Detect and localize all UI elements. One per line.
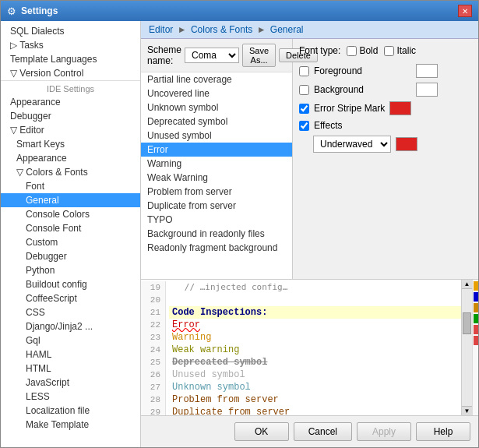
scroll-thumb[interactable]	[463, 312, 471, 334]
list-item-unknown-symbol[interactable]: Unknown symbol	[141, 101, 292, 115]
italic-checkbox-label[interactable]: Italic	[384, 45, 416, 56]
error-stripe-color-swatch[interactable]	[389, 101, 411, 115]
sidebar-item-css[interactable]: CSS	[1, 305, 140, 319]
sidebar-item-editor[interactable]: ▽ Editor	[1, 123, 140, 137]
sidebar-item-label: HAML	[26, 349, 51, 360]
sidebar-item-label: Appearance	[16, 153, 67, 164]
sidebar-item-label: Debugger	[10, 111, 51, 122]
effects-type-select[interactable]: Underwaved Underline Bold Underline Bord…	[313, 136, 391, 153]
preview-line-29: 29 Duplicate from server	[141, 406, 461, 415]
foreground-row: Foreground	[299, 64, 472, 78]
sidebar-item-appearance[interactable]: Appearance	[1, 95, 140, 109]
sidebar-item-console-colors[interactable]: Console Colors	[1, 207, 140, 221]
list-item-partial[interactable]: Partial line coverage	[141, 72, 292, 86]
list-item-deprecated[interactable]: Deprecated symbol	[141, 115, 292, 129]
sidebar-item-console-font[interactable]: Console Font	[1, 221, 140, 235]
sidebar-item-custom[interactable]: Custom	[1, 235, 140, 249]
bold-checkbox[interactable]	[347, 46, 357, 56]
title-controls: ✕	[458, 5, 472, 17]
preview-line-24: 24 Weak warning	[141, 344, 461, 356]
sidebar-item-coffeescript[interactable]: CoffeeScript	[1, 291, 140, 305]
foreground-checkbox[interactable]	[299, 66, 309, 76]
sidebar-item-javascript[interactable]: JavaScript	[1, 376, 140, 390]
background-color-swatch[interactable]	[416, 83, 438, 97]
sidebar-item-sql-dialects[interactable]: SQL Dialects	[1, 24, 140, 38]
save-as-button[interactable]: Save As...	[242, 44, 276, 67]
breadcrumb-sep1: ►	[178, 24, 189, 35]
preview-line-26: 26 Unused symbol	[141, 369, 461, 381]
sidebar-item-colors-fonts[interactable]: ▽ Colors & Fonts	[1, 165, 140, 179]
sidebar-item-localization[interactable]: Localization file	[1, 404, 140, 418]
scroll-down-arrow[interactable]: ▼	[462, 406, 472, 415]
sidebar-item-tasks[interactable]: ▷ Tasks	[1, 38, 140, 52]
cancel-button[interactable]: Cancel	[294, 422, 352, 441]
sidebar-item-buildout[interactable]: Buildout config	[1, 277, 140, 291]
line-num-23: 23	[141, 331, 166, 344]
main-content: SQL Dialects ▷ Tasks Template Languages …	[1, 21, 478, 447]
line-num-26: 26	[141, 369, 166, 381]
gutter-mark-1	[474, 281, 478, 291]
list-item-warning[interactable]: Warning	[141, 157, 292, 171]
help-button[interactable]: Help	[416, 422, 470, 441]
sidebar-item-label: Buildout config	[26, 279, 87, 290]
color-items-list: Partial line coverage Uncovered line Unk…	[141, 72, 292, 279]
preview-scrollbar[interactable]: ▲ ▼	[461, 280, 472, 415]
background-checkbox[interactable]	[299, 85, 309, 95]
scroll-up-arrow[interactable]: ▲	[462, 280, 472, 289]
sidebar-item-colors-debugger[interactable]: Debugger	[1, 249, 140, 263]
sidebar-item-font[interactable]: Font	[1, 179, 140, 193]
close-button[interactable]: ✕	[458, 5, 472, 17]
sidebar-item-make-template[interactable]: Make Template	[1, 418, 140, 432]
window-icon: ⚙	[7, 5, 16, 17]
breadcrumb-sep2: ►	[257, 24, 269, 35]
line-num-28: 28	[141, 393, 166, 406]
effects-checkbox[interactable]	[299, 121, 309, 131]
error-stripe-label: Error Stripe Mark	[314, 103, 385, 114]
background-row: Background	[299, 83, 472, 97]
sidebar-item-version-control[interactable]: ▽ Version Control	[1, 66, 140, 80]
sidebar-item-smart-keys[interactable]: Smart Keys	[1, 137, 140, 151]
line-content-24: Weak warning	[169, 344, 239, 356]
preview-line-25: 25 Deprecated symbol	[141, 356, 461, 369]
sidebar-item-template-languages[interactable]: Template Languages	[1, 52, 140, 66]
list-item-bg-readonly[interactable]: Background in readonly files	[141, 227, 292, 241]
foreground-color-swatch[interactable]	[416, 64, 438, 78]
sidebar-item-django[interactable]: Django/Jinja2 ...	[1, 319, 140, 333]
list-item-uncovered[interactable]: Uncovered line	[141, 86, 292, 101]
list-item-typo[interactable]: TYPO	[141, 213, 292, 227]
panel-content: Scheme name: Coma Default Darcula Save A…	[141, 39, 478, 279]
effects-select-row: Underwaved Underline Bold Underline Bord…	[313, 136, 472, 153]
scheme-select[interactable]: Coma Default Darcula	[185, 48, 239, 63]
error-stripe-row: Error Stripe Mark	[299, 101, 472, 115]
list-item-duplicate-server[interactable]: Duplicate from server	[141, 199, 292, 213]
error-stripe-checkbox[interactable]	[299, 104, 309, 114]
italic-checkbox[interactable]	[384, 46, 394, 56]
bold-checkbox-label[interactable]: Bold	[347, 45, 378, 56]
effects-color-swatch[interactable]	[396, 137, 417, 151]
sidebar-item-python[interactable]: Python	[1, 263, 140, 277]
sidebar-item-less[interactable]: LESS	[1, 390, 140, 404]
sidebar-item-html[interactable]: HTML	[1, 362, 140, 376]
list-item-unused[interactable]: Unused symbol	[141, 129, 292, 143]
sidebar-item-editor-appearance[interactable]: Appearance	[1, 151, 140, 165]
sidebar-item-label: Template Languages	[10, 54, 97, 65]
breadcrumb-colors-fonts: Colors & Fonts	[191, 24, 252, 35]
sidebar-item-label: LESS	[26, 391, 50, 402]
sidebar-item-haml[interactable]: HAML	[1, 347, 140, 362]
ok-button[interactable]: OK	[234, 422, 289, 441]
line-num-21: 21	[141, 306, 166, 319]
sidebar-item-label: Localization file	[26, 405, 90, 416]
sidebar-item-debugger[interactable]: Debugger	[1, 109, 140, 123]
list-item-error[interactable]: Error	[141, 143, 292, 157]
list-item-weak-warning[interactable]: Weak Warning	[141, 171, 292, 185]
sidebar-item-label: JavaScript	[26, 377, 69, 388]
line-content-22: Error	[169, 319, 200, 331]
italic-label: Italic	[396, 45, 416, 56]
sidebar-item-general[interactable]: General	[1, 193, 140, 207]
line-num-25: 25	[141, 356, 166, 369]
preview-line-28: 28 Problem from server	[141, 393, 461, 406]
list-item-readonly-fragment[interactable]: Readonly fragment background	[141, 241, 292, 255]
apply-button[interactable]: Apply	[357, 422, 411, 441]
list-item-problem-server[interactable]: Problem from server	[141, 185, 292, 199]
sidebar-item-gql[interactable]: Gql	[1, 333, 140, 347]
